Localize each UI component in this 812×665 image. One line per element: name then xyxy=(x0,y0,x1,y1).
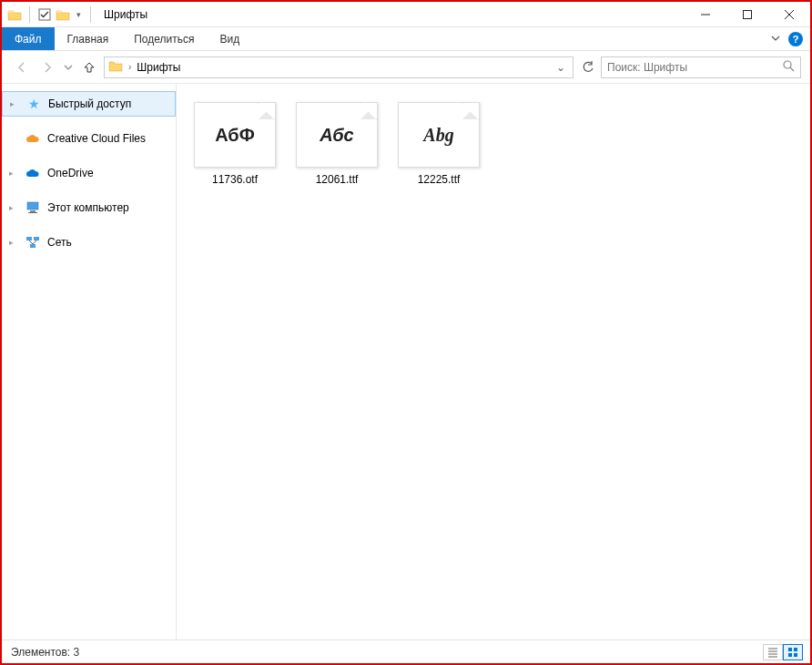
sidebar-item-label: Creative Cloud Files xyxy=(47,132,146,145)
ribbon-tab-file[interactable]: Файл xyxy=(2,27,55,50)
sidebar-item-label: Быстрый доступ xyxy=(48,97,131,110)
breadcrumb[interactable]: › Шрифты ⌄ xyxy=(104,56,573,78)
statusbar: Элементов: 3 xyxy=(2,639,810,663)
close-button[interactable] xyxy=(768,2,810,27)
svg-rect-10 xyxy=(26,237,32,240)
svg-line-14 xyxy=(33,240,36,244)
file-name: 12225.ttf xyxy=(418,173,461,186)
cloud-icon xyxy=(25,131,40,146)
font-preview: Abg xyxy=(423,125,453,146)
ribbon-tab-home[interactable]: Главная xyxy=(55,27,122,50)
file-item[interactable]: Abg 12225.ttf xyxy=(391,98,486,189)
sidebar-item-onedrive[interactable]: ▸ OneDrive xyxy=(2,160,176,186)
sidebar-item-quick-access[interactable]: ▸ ★ Быстрый доступ xyxy=(2,91,176,117)
svg-rect-8 xyxy=(30,210,36,212)
expand-ribbon-icon[interactable] xyxy=(770,31,781,47)
file-name: 11736.otf xyxy=(212,173,258,186)
star-icon: ★ xyxy=(26,97,41,111)
file-thumbnail: Абс xyxy=(296,102,378,168)
separator xyxy=(90,6,91,23)
separator xyxy=(29,6,30,23)
svg-rect-11 xyxy=(34,237,39,240)
folder-icon xyxy=(108,59,123,76)
svg-line-13 xyxy=(29,240,33,244)
chevron-right-icon[interactable]: ▸ xyxy=(10,99,15,108)
sidebar-item-label: Этот компьютер xyxy=(47,201,129,214)
search-icon[interactable] xyxy=(783,59,795,76)
titlebar: ▾ Шрифты xyxy=(2,2,810,27)
breadcrumb-right: ⌄ xyxy=(556,61,569,74)
onedrive-icon xyxy=(25,166,40,180)
nav-up-button[interactable] xyxy=(78,56,100,78)
svg-rect-20 xyxy=(794,648,797,651)
file-item[interactable]: АбФ 11736.otf xyxy=(188,98,282,189)
svg-line-6 xyxy=(790,67,794,71)
titlebar-left: ▾ Шрифты xyxy=(2,6,147,23)
sidebar-item-creative-cloud[interactable]: Creative Cloud Files xyxy=(2,126,176,151)
file-thumbnail: Abg xyxy=(398,102,480,168)
window-controls xyxy=(685,2,810,27)
chevron-right-icon[interactable]: ▸ xyxy=(9,169,14,178)
file-list[interactable]: АбФ 11736.otf Абс 12061.ttf Abg 12225.tt… xyxy=(177,84,810,639)
maximize-button[interactable] xyxy=(726,2,768,27)
view-icons-button[interactable] xyxy=(783,644,803,660)
nav-back-button[interactable] xyxy=(11,56,33,78)
item-count: Элементов: 3 xyxy=(11,646,79,659)
sidebar-item-label: Сеть xyxy=(47,236,72,249)
svg-rect-22 xyxy=(794,653,797,657)
file-thumbnail: АбФ xyxy=(194,102,276,168)
sidebar-item-label: OneDrive xyxy=(47,167,94,179)
ribbon-tab-view[interactable]: Вид xyxy=(207,27,252,50)
computer-icon xyxy=(25,200,40,215)
view-details-button[interactable] xyxy=(763,644,783,660)
explorer-window: ▾ Шрифты Файл Главная Поделиться Вид ? xyxy=(0,0,812,665)
svg-rect-12 xyxy=(30,244,36,248)
breadcrumb-item[interactable]: Шрифты xyxy=(137,61,180,74)
body: ▸ ★ Быстрый доступ Creative Cloud Files … xyxy=(2,84,810,639)
nav-history-button[interactable] xyxy=(62,56,75,78)
sidebar: ▸ ★ Быстрый доступ Creative Cloud Files … xyxy=(2,84,177,639)
sidebar-item-this-pc[interactable]: ▸ Этот компьютер xyxy=(2,195,176,220)
chevron-right-icon[interactable]: ▸ xyxy=(9,238,14,247)
sidebar-item-network[interactable]: ▸ Сеть xyxy=(2,230,176,255)
help-icon[interactable]: ? xyxy=(788,32,803,46)
ribbon: Файл Главная Поделиться Вид ? xyxy=(2,27,810,51)
search-box[interactable] xyxy=(601,56,801,78)
font-preview: Абс xyxy=(320,125,353,146)
refresh-button[interactable] xyxy=(577,57,597,77)
dropdown-icon[interactable]: ▾ xyxy=(74,7,83,22)
svg-rect-7 xyxy=(27,202,38,210)
svg-rect-2 xyxy=(744,11,752,19)
font-preview: АбФ xyxy=(215,125,255,146)
file-name: 12061.ttf xyxy=(316,173,359,186)
ribbon-right: ? xyxy=(770,27,803,51)
folder-icon[interactable] xyxy=(56,7,70,22)
nav-forward-button[interactable] xyxy=(36,56,58,78)
checkbox-icon[interactable] xyxy=(37,7,52,22)
folder-icon xyxy=(7,7,22,22)
view-toggles xyxy=(763,644,803,660)
svg-rect-19 xyxy=(788,648,792,651)
chevron-right-icon[interactable]: › xyxy=(128,62,131,72)
chevron-right-icon[interactable]: ▸ xyxy=(9,203,14,212)
svg-rect-21 xyxy=(788,653,792,657)
network-icon xyxy=(25,235,40,250)
svg-rect-0 xyxy=(39,9,50,20)
window-title: Шрифты xyxy=(104,8,147,21)
search-input[interactable] xyxy=(607,61,777,74)
addressbar: › Шрифты ⌄ xyxy=(2,51,810,84)
ribbon-tab-share[interactable]: Поделиться xyxy=(121,27,207,50)
minimize-button[interactable] xyxy=(685,2,726,27)
file-item[interactable]: Абс 12061.ttf xyxy=(289,98,384,189)
chevron-down-icon[interactable]: ⌄ xyxy=(556,61,565,74)
svg-rect-9 xyxy=(28,212,37,213)
svg-point-5 xyxy=(784,61,791,68)
